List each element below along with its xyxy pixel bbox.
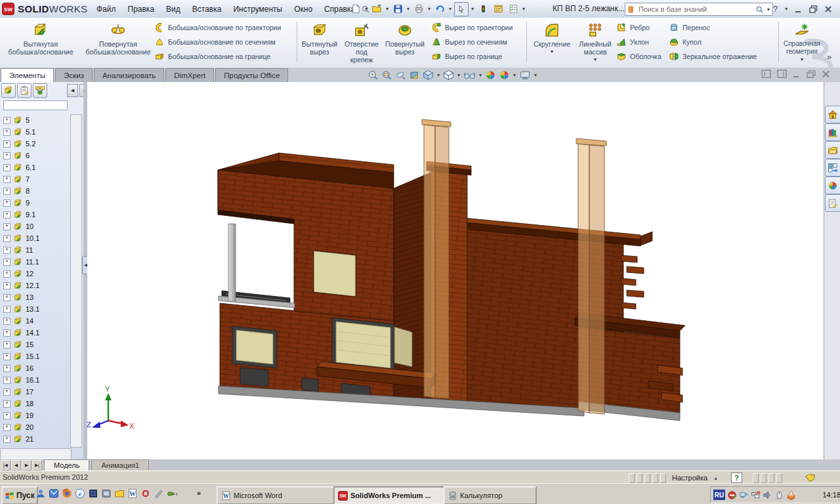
- view-orientation-icon[interactable]: [423, 70, 434, 81]
- tree-item[interactable]: +5: [0, 114, 70, 126]
- menu-window[interactable]: Окно: [288, 1, 318, 18]
- download-manager-tray-icon[interactable]: [786, 490, 796, 500]
- search-icon[interactable]: [755, 5, 764, 14]
- tree-item[interactable]: +7: [0, 173, 70, 185]
- help-dropdown[interactable]: ▾: [785, 6, 788, 12]
- firefox-icon[interactable]: [62, 488, 72, 499]
- expand-icon[interactable]: +: [3, 318, 10, 325]
- expand-icon[interactable]: +: [3, 412, 10, 419]
- tab-sketch[interactable]: Эскиз: [55, 68, 93, 82]
- status-settings-label[interactable]: Настройка: [672, 474, 707, 482]
- zoom-area-icon[interactable]: [381, 70, 392, 81]
- expand-icon[interactable]: +: [3, 400, 10, 408]
- toolbar-button-swept-boss[interactable]: Бобышка/основание по траектории: [152, 20, 283, 34]
- knowledge-search[interactable]: ▾: [625, 3, 773, 16]
- panel-scroll-left[interactable]: ◀: [67, 84, 78, 97]
- tab-property-manager[interactable]: [17, 83, 32, 98]
- apply-scene-icon[interactable]: [499, 70, 510, 81]
- system-app-icon[interactable]: [101, 488, 112, 499]
- internet-explorer-icon[interactable]: e: [75, 488, 85, 499]
- tree-item[interactable]: +13: [0, 291, 70, 303]
- display-style-dropdown[interactable]: ▾: [457, 72, 460, 78]
- doc-restore-icon[interactable]: [807, 70, 816, 78]
- magnified-selection-icon[interactable]: [395, 70, 406, 81]
- tree-item[interactable]: +18: [0, 398, 70, 410]
- task-pane-file-explorer[interactable]: [825, 141, 840, 159]
- tree-item[interactable]: +16: [0, 362, 70, 374]
- menu-edit[interactable]: Правка: [122, 1, 161, 18]
- expand-icon[interactable]: +: [3, 200, 10, 207]
- toolbar-button-boundary-boss[interactable]: Бобышка/основание на границе: [152, 49, 283, 63]
- expand-icon[interactable]: +: [3, 424, 10, 431]
- view-orientation-dropdown[interactable]: ▾: [437, 72, 440, 78]
- tree-item[interactable]: +12.1: [0, 280, 70, 291]
- expand-icon[interactable]: +: [3, 270, 10, 278]
- help-button[interactable]: ?: [773, 4, 778, 14]
- hide-show-items-icon[interactable]: [463, 70, 476, 81]
- view-settings-dropdown[interactable]: ▾: [534, 72, 537, 78]
- minimize-button[interactable]: [795, 5, 803, 13]
- settings-collapse-arrow[interactable]: ▲: [713, 476, 718, 480]
- expand-icon[interactable]: +: [3, 117, 10, 124]
- expand-icon[interactable]: +: [3, 353, 10, 360]
- toolbar-button-lofted-cut[interactable]: Вырез по сечениям: [429, 35, 514, 49]
- expand-icon[interactable]: +: [3, 294, 10, 301]
- pen-tool-icon[interactable]: [154, 488, 164, 499]
- tree-item[interactable]: +11.1: [0, 256, 70, 268]
- print-button[interactable]: [412, 3, 425, 16]
- tree-filter-input[interactable]: [3, 100, 68, 110]
- taskbar-clock[interactable]: 14:18: [822, 491, 840, 499]
- restore-button[interactable]: [809, 5, 818, 13]
- new-document-button[interactable]: [349, 3, 362, 16]
- media-player-icon[interactable]: [88, 488, 98, 499]
- tree-item[interactable]: +8: [0, 185, 70, 197]
- toolbar-button-fillet[interactable]: Скругление▾: [529, 20, 575, 66]
- search-input[interactable]: [637, 5, 753, 14]
- tab-configuration-manager[interactable]: [33, 83, 47, 98]
- expand-icon[interactable]: +: [3, 247, 10, 254]
- network-offline-tray-icon[interactable]: [751, 490, 761, 500]
- tree-item[interactable]: +11: [0, 244, 70, 256]
- menu-insert[interactable]: Вставка: [186, 1, 228, 18]
- toolbar-button-revolved-boss[interactable]: Повернутаябобышка/основание: [81, 20, 155, 66]
- network-tray-icon[interactable]: [739, 490, 749, 500]
- toolbar-button-extruded-boss[interactable]: Вытянутаябобышка/основание: [1, 20, 80, 66]
- open-document-button[interactable]: [370, 3, 383, 16]
- taskbar-calculator[interactable]: Калькулятор: [444, 486, 537, 504]
- volume-tray-icon[interactable]: [763, 490, 772, 500]
- tab-evaluate[interactable]: Анализировать: [94, 68, 164, 82]
- search-dropdown[interactable]: ▾: [767, 7, 770, 12]
- expand-icon[interactable]: +: [3, 365, 10, 372]
- options-button[interactable]: [492, 3, 505, 16]
- zoom-fit-icon[interactable]: [368, 70, 379, 81]
- status-help-icon[interactable]: ?: [731, 472, 742, 483]
- expand-icon[interactable]: +: [3, 211, 10, 219]
- tree-item[interactable]: +6.1: [0, 161, 70, 173]
- expand-icon[interactable]: +: [3, 164, 10, 171]
- tree-item[interactable]: +14.1: [0, 327, 70, 339]
- tree-item[interactable]: +12: [0, 268, 70, 280]
- antivirus-tray-icon[interactable]: [727, 490, 737, 500]
- rebuild-button[interactable]: [476, 3, 490, 16]
- tree-item[interactable]: +9: [0, 197, 70, 209]
- tree-item[interactable]: +10: [0, 220, 70, 232]
- toolbar-button-rib[interactable]: Ребро: [614, 20, 663, 34]
- messenger-icon[interactable]: [35, 488, 46, 499]
- outlook-icon[interactable]: [49, 488, 59, 499]
- doc-minimize-icon[interactable]: [793, 70, 801, 78]
- toolbar-button-dome[interactable]: Купол: [667, 35, 759, 49]
- tree-horizontal-scrollbar[interactable]: ◀ ▶: [0, 448, 72, 459]
- menu-tools[interactable]: Инструменты: [227, 1, 288, 18]
- expand-icon[interactable]: +: [3, 223, 10, 230]
- toolbar-button-reference-geometry[interactable]: Справочнаягеометрия▾: [781, 20, 823, 66]
- tab-dimxpert[interactable]: DimXpert: [165, 68, 214, 82]
- start-button[interactable]: Пуск: [1, 486, 38, 504]
- toolbar-button-shell[interactable]: Оболочка: [614, 49, 663, 63]
- tree-item[interactable]: +5.1: [0, 126, 70, 138]
- tree-item[interactable]: +13.1: [0, 303, 70, 315]
- tree-item[interactable]: +15: [0, 339, 70, 350]
- tree-item[interactable]: +14: [0, 315, 70, 327]
- toolbar-button-draft[interactable]: Уклон: [614, 35, 663, 49]
- doc-close-icon[interactable]: [822, 70, 830, 78]
- task-pane-resources[interactable]: [825, 106, 840, 123]
